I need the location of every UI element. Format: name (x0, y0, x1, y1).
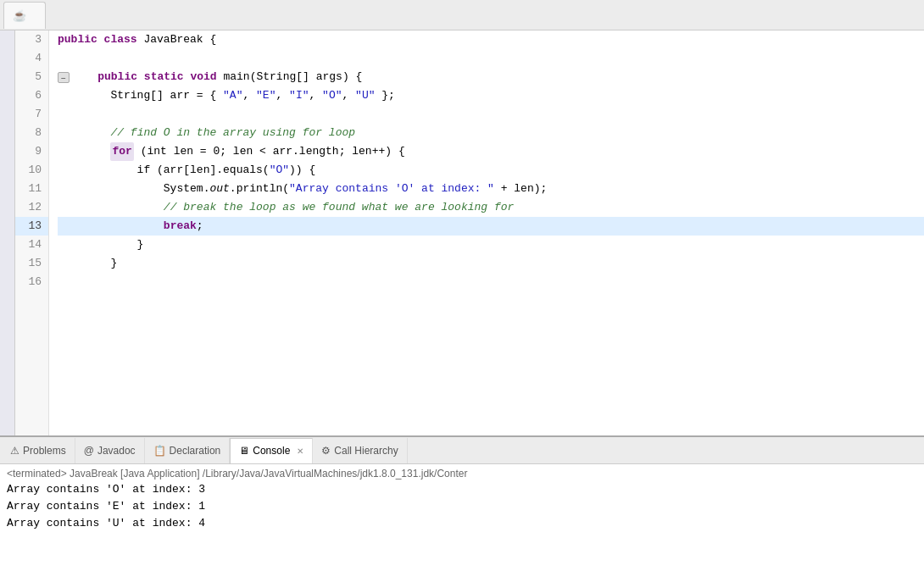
java-file-icon: ☕ (13, 9, 26, 22)
console-status: <terminated> JavaBreak [Java Application… (7, 468, 917, 480)
console-tab-close[interactable]: ✕ (297, 446, 303, 456)
file-tab[interactable]: ☕ (3, 2, 46, 29)
line-number-4: 4 (15, 49, 48, 68)
code-line-8: // find O in the array using for loop (58, 124, 924, 142)
call hierarchy-tab-label: Call Hierarchy (334, 445, 398, 457)
declaration-icon: 📋 (153, 445, 166, 457)
code-line-12: // break the loop as we found what we ar… (58, 198, 924, 217)
bottom-tab-problems[interactable]: ⚠Problems (2, 438, 75, 463)
code-content[interactable]: public class JavaBreak {− public static … (49, 30, 924, 435)
bottom-tab-declaration[interactable]: 📋Declaration (145, 438, 231, 463)
console-output-line: Array contains 'O' at index: 3 (7, 481, 917, 498)
console-tab-label: Console (253, 445, 290, 457)
bottom-tab-console[interactable]: 🖥Console ✕ (230, 438, 313, 463)
line-number-8: 8 (15, 124, 48, 142)
call hierarchy-icon: ⚙ (321, 445, 331, 457)
line-number-7: 7 (15, 105, 48, 124)
console-icon: 🖥 (239, 445, 249, 457)
code-line-7 (58, 105, 924, 124)
line-number-11: 11 (15, 180, 48, 198)
code-line-15: } (58, 254, 924, 273)
code-line-16 (58, 273, 924, 291)
console-output: Array contains 'O' at index: 3Array cont… (7, 481, 917, 532)
code-line-10: if (arr[len].equals("O")) { (58, 161, 924, 180)
line-number-9: 9 (15, 142, 48, 161)
problems-tab-label: Problems (23, 445, 66, 457)
javadoc-tab-label: Javadoc (97, 445, 136, 457)
line-number-16: 16 (15, 273, 48, 291)
bottom-tab-javadoc[interactable]: @Javadoc (75, 438, 145, 463)
code-line-4 (58, 49, 924, 68)
line-number-5: 5 (15, 68, 48, 86)
editor-tab-bar: ☕ (0, 0, 924, 30)
editor-left-gutter (0, 30, 15, 435)
problems-icon: ⚠ (10, 445, 19, 457)
console-area: <terminated> JavaBreak [Java Application… (0, 464, 924, 571)
code-line-6: String[] arr = { "A", "E", "I", "O", "U"… (58, 86, 924, 105)
code-line-13: break; (58, 217, 924, 236)
javadoc-icon: @ (84, 445, 94, 457)
console-output-line: Array contains 'E' at index: 1 (7, 498, 917, 515)
fold-marker-5[interactable]: − (58, 72, 70, 83)
console-output-line: Array contains 'U' at index: 4 (7, 515, 917, 532)
line-number-15: 15 (15, 254, 48, 273)
bottom-tab-call-hierarchy[interactable]: ⚙Call Hierarchy (313, 438, 407, 463)
code-line-9: for (int len = 0; len < arr.length; len+… (58, 142, 924, 161)
line-number-14: 14 (15, 236, 48, 254)
line-number-6: 6 (15, 86, 48, 105)
code-line-5: − public static void main(String[] args)… (58, 68, 924, 86)
line-numbers: 345678910111213141516 (15, 30, 49, 435)
line-number-10: 10 (15, 161, 48, 180)
line-number-3: 3 (15, 30, 48, 49)
declaration-tab-label: Declaration (170, 445, 221, 457)
code-line-3: public class JavaBreak { (58, 30, 924, 49)
bottom-tab-bar: ⚠Problems@Javadoc📋Declaration🖥Console ✕⚙… (0, 437, 924, 464)
code-line-11: System.out.println("Array contains 'O' a… (58, 180, 924, 198)
line-number-13: 13 (15, 217, 48, 236)
code-line-14: } (58, 236, 924, 254)
code-editor: 345678910111213141516 public class JavaB… (0, 30, 924, 435)
line-number-12: 12 (15, 198, 48, 217)
bottom-panel: ⚠Problems@Javadoc📋Declaration🖥Console ✕⚙… (0, 435, 924, 571)
